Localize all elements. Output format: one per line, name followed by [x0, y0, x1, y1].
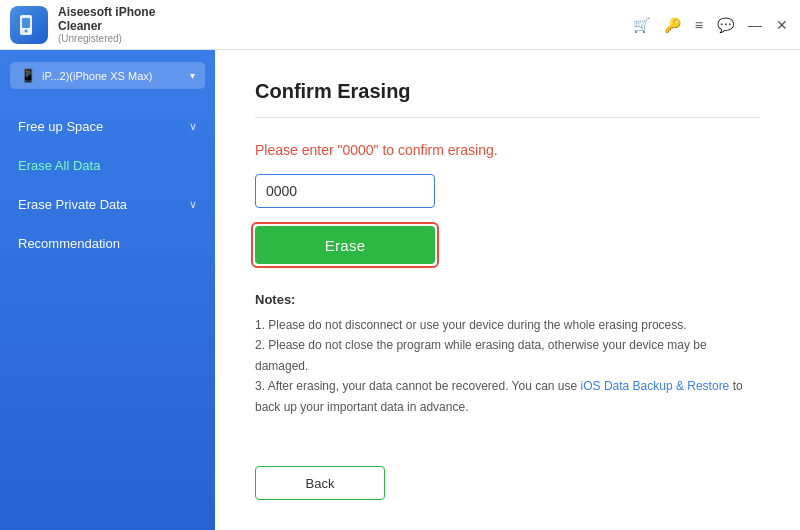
- close-button[interactable]: ✕: [776, 17, 788, 33]
- app-name: Aiseesoft iPhone: [58, 5, 155, 19]
- app-title-group: Aiseesoft iPhone Cleaner (Unregistered): [58, 5, 155, 45]
- device-name: iP...2)(iPhone XS Max): [42, 70, 184, 82]
- title-divider: [255, 117, 760, 118]
- menu-icon[interactable]: ≡: [695, 17, 703, 33]
- erase-button-wrapper: Erase: [255, 226, 435, 264]
- sidebar-label-free-up-space: Free up Space: [18, 119, 103, 134]
- backup-restore-link[interactable]: iOS Data Backup & Restore: [581, 379, 730, 393]
- sidebar-label-recommendation: Recommendation: [18, 236, 120, 251]
- confirm-input[interactable]: [255, 174, 435, 208]
- window-controls: 🛒 🔑 ≡ 💬 — ✕: [633, 17, 788, 33]
- app-name-2: Cleaner: [58, 19, 155, 33]
- confirm-text-1: Please enter: [255, 142, 338, 158]
- cart-icon[interactable]: 🛒: [633, 17, 650, 33]
- key-icon[interactable]: 🔑: [664, 17, 681, 33]
- sidebar-item-free-up-space[interactable]: Free up Space ∨: [0, 107, 215, 146]
- main-layout: 📱 iP...2)(iPhone XS Max) ▾ Free up Space…: [0, 50, 800, 530]
- sidebar-item-recommendation[interactable]: Recommendation: [0, 224, 215, 263]
- sidebar-label-erase-all-data: Erase All Data: [18, 158, 100, 173]
- device-selector[interactable]: 📱 iP...2)(iPhone XS Max) ▾: [10, 62, 205, 89]
- notes-section: Notes: 1. Please do not disconnect or us…: [255, 292, 760, 417]
- notes-item-2: 2. Please do not close the program while…: [255, 335, 760, 376]
- device-arrow: ▾: [190, 70, 195, 81]
- sidebar-arrow-erase-private-data: ∨: [189, 198, 197, 211]
- minimize-button[interactable]: —: [748, 17, 762, 33]
- sidebar-arrow-free-up-space: ∨: [189, 120, 197, 133]
- confirm-code: "0000": [338, 142, 379, 158]
- chat-icon[interactable]: 💬: [717, 17, 734, 33]
- title-bar: Aiseesoft iPhone Cleaner (Unregistered) …: [0, 0, 800, 50]
- notes-title: Notes:: [255, 292, 760, 307]
- sidebar-nav: Free up Space ∨ Erase All Data Erase Pri…: [0, 107, 215, 263]
- content-area: Confirm Erasing Please enter "0000" to c…: [215, 50, 800, 530]
- erase-button[interactable]: Erase: [255, 226, 435, 264]
- sidebar: 📱 iP...2)(iPhone XS Max) ▾ Free up Space…: [0, 50, 215, 530]
- sidebar-item-erase-private-data[interactable]: Erase Private Data ∨: [0, 185, 215, 224]
- app-logo: [10, 6, 48, 44]
- phone-icon: 📱: [20, 68, 36, 83]
- back-button[interactable]: Back: [255, 466, 385, 500]
- app-status: (Unregistered): [58, 33, 155, 44]
- notes-item-3: 3. After erasing, your data cannot be re…: [255, 376, 760, 417]
- confirm-text-2: to confirm erasing.: [379, 142, 498, 158]
- notes-item-1: 1. Please do not disconnect or use your …: [255, 315, 760, 335]
- sidebar-item-erase-all-data[interactable]: Erase All Data: [0, 146, 215, 185]
- confirm-instruction: Please enter "0000" to confirm erasing.: [255, 142, 760, 158]
- svg-rect-2: [22, 18, 30, 28]
- page-title: Confirm Erasing: [255, 80, 760, 103]
- svg-point-1: [25, 29, 28, 32]
- sidebar-label-erase-private-data: Erase Private Data: [18, 197, 127, 212]
